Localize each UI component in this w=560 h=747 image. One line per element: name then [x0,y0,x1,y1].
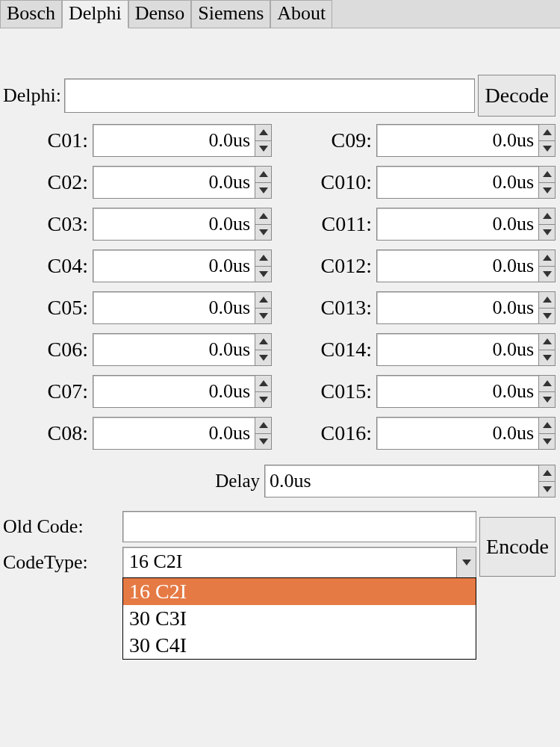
spin-down-icon[interactable] [538,350,555,366]
coeff-value: 0.0us [377,167,538,198]
spin-down-icon[interactable] [538,267,555,282]
coeff-field: C04:0.0us [3,249,272,282]
spin-up-icon[interactable] [255,208,271,225]
old-code-input[interactable] [122,511,476,542]
coeff-field: C015:0.0us [287,375,556,408]
column-right: C09:0.0usC010:0.0usC011:0.0usC012:0.0usC… [287,124,556,459]
coeff-value: 0.0us [377,376,538,407]
spin-down-icon[interactable] [538,434,555,450]
coeff-label: C013: [287,296,376,320]
tab-delphi[interactable]: Delphi [62,0,128,28]
coeff-value: 0.0us [93,250,255,282]
code-type-select[interactable]: 16 C2I 16 C2I30 C3I30 C4I [122,547,476,578]
coeff-field: C012:0.0us [287,249,556,282]
coeff-stepper[interactable]: 0.0us [376,166,556,199]
tab-bar: Bosch Delphi Denso Siemens About [0,0,560,28]
coeff-stepper[interactable]: 0.0us [376,291,556,324]
tab-bosch[interactable]: Bosch [0,0,62,28]
tab-panel-delphi: Delphi: Decode C01:0.0usC02:0.0usC03:0.0… [0,75,560,583]
code-type-option[interactable]: 30 C4I [123,632,476,659]
coeff-stepper[interactable]: 0.0us [93,166,272,199]
coeff-value: 0.0us [377,334,538,365]
coeff-label: C016: [287,421,376,445]
coeff-stepper[interactable]: 0.0us [93,249,272,282]
coeff-field: C06:0.0us [3,333,272,366]
spin-up-icon[interactable] [538,125,555,141]
coeff-field: C016:0.0us [287,417,556,450]
coeff-stepper[interactable]: 0.0us [376,375,556,408]
spin-down-icon[interactable] [538,225,555,241]
code-type-option[interactable]: 16 C2I [123,578,476,605]
coeff-label: C012: [287,254,376,278]
spin-down-icon[interactable] [255,225,271,241]
spin-down-icon[interactable] [538,309,555,324]
spin-up-icon[interactable] [538,334,555,350]
encode-button[interactable]: Encode [479,517,556,577]
coeff-label: C02: [3,170,93,194]
coeff-stepper[interactable]: 0.0us [376,208,556,241]
spin-down-icon[interactable] [255,141,271,157]
spin-down-icon[interactable] [255,392,271,408]
tab-siemens[interactable]: Siemens [191,0,270,28]
coeff-value: 0.0us [377,418,538,449]
spin-up-icon[interactable] [538,167,555,183]
spin-down-icon[interactable] [255,434,271,450]
code-input[interactable] [64,78,475,113]
spin-up-icon[interactable] [255,292,271,309]
spin-down-icon[interactable] [255,350,271,366]
coeff-stepper[interactable]: 0.0us [93,291,272,324]
coeff-stepper[interactable]: 0.0us [376,333,556,366]
spin-down-icon[interactable] [255,309,271,324]
coeff-label: C09: [287,128,376,152]
chevron-down-icon[interactable] [456,548,476,577]
coeff-label: C015: [287,379,376,403]
coeff-field: C09:0.0us [287,124,556,157]
coeff-stepper[interactable]: 0.0us [93,417,272,450]
spin-up-icon[interactable] [538,208,555,225]
spin-up-icon[interactable] [255,250,271,267]
spin-down-icon[interactable] [255,183,271,199]
coeff-value: 0.0us [93,376,255,407]
coeff-stepper[interactable]: 0.0us [93,208,272,241]
coeff-stepper[interactable]: 0.0us [93,124,272,157]
coeff-stepper[interactable]: 0.0us [376,417,556,450]
spin-up-icon[interactable] [538,250,555,267]
coeff-stepper[interactable]: 0.0us [376,124,556,157]
coeff-value: 0.0us [93,208,255,240]
coeff-field: C02:0.0us [3,166,272,199]
tab-denso[interactable]: Denso [128,0,191,28]
column-left: C01:0.0usC02:0.0usC03:0.0usC04:0.0usC05:… [3,124,272,459]
tab-about[interactable]: About [270,0,332,28]
delay-stepper[interactable]: 0.0us [264,465,556,498]
coeff-stepper[interactable]: 0.0us [93,375,272,408]
spin-up-icon[interactable] [538,376,555,392]
coeff-label: C03: [3,212,93,236]
spin-down-icon[interactable] [538,183,555,199]
spin-up-icon[interactable] [255,125,271,141]
decode-button[interactable]: Decode [478,75,556,117]
coeff-value: 0.0us [93,167,255,198]
coeff-label: C04: [3,254,93,278]
spin-up-icon[interactable] [255,334,271,350]
spin-down-icon[interactable] [538,482,555,498]
code-type-option[interactable]: 30 C3I [123,605,476,632]
spin-down-icon[interactable] [538,392,555,408]
coeff-value: 0.0us [377,208,538,240]
coeff-label: C07: [3,379,93,403]
spin-down-icon[interactable] [538,141,555,157]
coeff-label: C010: [287,170,376,194]
spin-up-icon[interactable] [255,167,271,183]
coeff-stepper[interactable]: 0.0us [376,249,556,282]
coeff-label: C014: [287,338,376,362]
coeff-label: C06: [3,338,93,362]
coeff-stepper[interactable]: 0.0us [93,333,272,366]
spin-up-icon[interactable] [538,292,555,309]
spin-up-icon[interactable] [255,418,271,434]
spin-up-icon[interactable] [538,465,555,482]
spin-up-icon[interactable] [255,376,271,392]
coeff-field: C07:0.0us [3,375,272,408]
coeff-field: C014:0.0us [287,333,556,366]
spin-down-icon[interactable] [255,267,271,282]
spin-up-icon[interactable] [538,418,555,434]
brand-label: Delphi: [3,84,64,107]
